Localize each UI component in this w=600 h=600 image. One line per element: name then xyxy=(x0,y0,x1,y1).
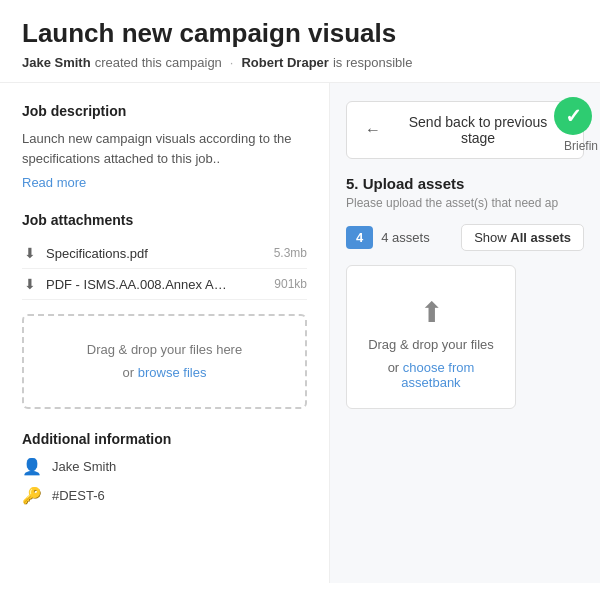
user-name: Jake Smith xyxy=(52,459,116,474)
tab-label: 4 assets xyxy=(381,230,429,245)
top-bar: Launch new campaign visuals Jake Smith c… xyxy=(0,0,600,83)
check-circle-badge: ✓ xyxy=(554,97,592,135)
choose-from-assetbank-link[interactable]: choose from assetbank xyxy=(401,360,474,390)
arrow-left-icon: ← xyxy=(365,121,381,139)
check-icon: ✓ xyxy=(565,104,582,128)
person-icon: 👤 xyxy=(22,457,42,476)
attachment-name-0: Specifications.pdf xyxy=(46,246,148,261)
asset-drop-or: or choose from assetbank xyxy=(363,360,499,390)
job-description-section: Job description Launch new campaign visu… xyxy=(22,103,307,190)
key-icon: 🔑 xyxy=(22,486,42,505)
asset-drop-text: Drag & drop your files xyxy=(368,337,494,352)
cloud-upload-icon: ⬆ xyxy=(420,296,443,329)
send-back-button[interactable]: ← Send back to previous stage xyxy=(346,101,584,159)
upload-subtitle: Please upload the asset(s) that need ap xyxy=(346,196,584,210)
page-title: Launch new campaign visuals xyxy=(22,18,578,49)
additional-info-title: Additional information xyxy=(22,431,307,447)
browse-link[interactable]: browse files xyxy=(138,365,207,380)
briefing-label: Briefin xyxy=(564,139,598,153)
download-icon-0[interactable]: ⬇ xyxy=(22,245,38,261)
meta-dot: · xyxy=(230,55,234,70)
key-row: 🔑 #DEST-6 xyxy=(22,486,307,505)
send-back-label: Send back to previous stage xyxy=(391,114,565,146)
job-description-title: Job description xyxy=(22,103,307,119)
download-icon-1[interactable]: ⬇ xyxy=(22,276,38,292)
tab-count-badge[interactable]: 4 xyxy=(346,226,373,249)
show-all-label: All assets xyxy=(510,230,571,245)
read-more-link[interactable]: Read more xyxy=(22,175,86,190)
responsible-name: Robert Draper xyxy=(241,55,328,70)
job-attachments-title: Job attachments xyxy=(22,212,307,228)
upload-title: 5. Upload assets xyxy=(346,175,584,192)
dropzone-or: or browse files xyxy=(40,361,289,384)
meta-line: Jake Smith created this campaign · Rober… xyxy=(22,55,578,70)
show-prefix: Show xyxy=(474,230,507,245)
user-row: 👤 Jake Smith xyxy=(22,457,307,476)
job-description-text: Launch new campaign visuals according to… xyxy=(22,129,307,168)
created-text: created this campaign xyxy=(95,55,222,70)
left-panel: Job description Launch new campaign visu… xyxy=(0,83,330,583)
additional-info-section: Additional information 👤 Jake Smith 🔑 #D… xyxy=(22,431,307,505)
job-attachments-section: Job attachments ⬇ Specifications.pdf 5.3… xyxy=(22,212,307,409)
asset-dropzone-card[interactable]: ⬆ Drag & drop your files or choose from … xyxy=(346,265,516,409)
dropzone-text: Drag & drop your files here xyxy=(40,338,289,361)
creator-name: Jake Smith xyxy=(22,55,91,70)
attachment-size-0: 5.3mb xyxy=(274,246,307,260)
attachment-size-1: 901kb xyxy=(274,277,307,291)
show-assets-button[interactable]: Show All assets xyxy=(461,224,584,251)
attachment-row-1: ⬇ PDF - ISMS.AA.008.Annex A… 901kb xyxy=(22,269,307,300)
file-dropzone[interactable]: Drag & drop your files here or browse fi… xyxy=(22,314,307,409)
attachment-row-0: ⬇ Specifications.pdf 5.3mb xyxy=(22,238,307,269)
attachment-name-1: PDF - ISMS.AA.008.Annex A… xyxy=(46,277,227,292)
upload-section: 5. Upload assets Please upload the asset… xyxy=(346,175,584,409)
key-id: #DEST-6 xyxy=(52,488,105,503)
assets-tabs: 4 4 assets Show All assets xyxy=(346,224,584,251)
responsible-text: is responsible xyxy=(333,55,413,70)
right-panel: ✓ Briefin ← Send back to previous stage … xyxy=(330,83,600,583)
